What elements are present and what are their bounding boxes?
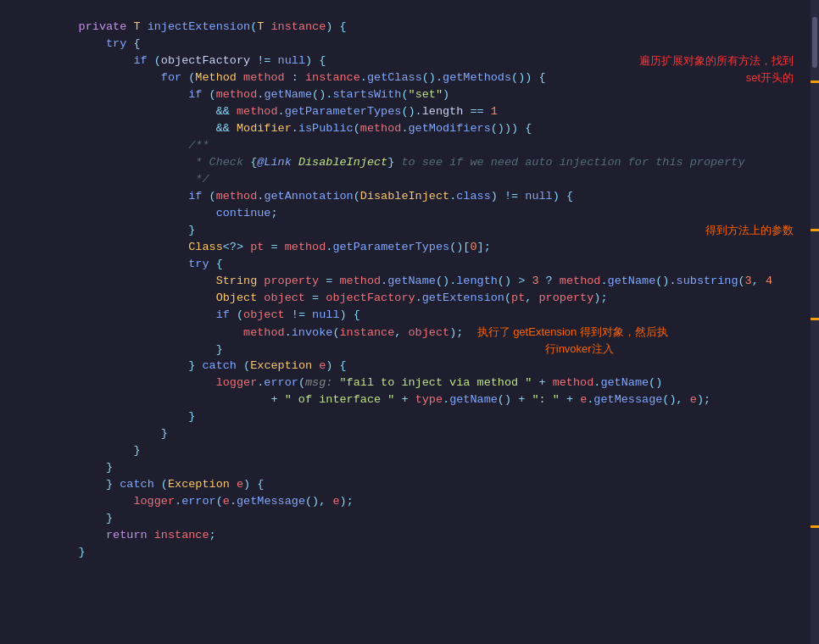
line-numbers: [0, 0, 31, 644]
code-editor: private T injectExtension(T instance) { …: [0, 0, 819, 644]
code-line-10: */: [31, 154, 811, 171]
code-line-19: method.invoke(instance, object); 执行了 get…: [31, 307, 811, 324]
code-line-20: }行invoker注入: [31, 324, 811, 341]
code-line-27: }: [31, 442, 811, 459]
code-line-28: } catch (Exception e) {: [31, 459, 811, 476]
code-line-17: Object object = objectFactory.getExtensi…: [31, 273, 811, 290]
code-line-7: && Modifier.isPublic(method.getModifiers…: [31, 103, 811, 120]
scroll-marker-3: [811, 318, 819, 320]
code-line-24: }: [31, 391, 811, 408]
code-line-22: logger.error(msg: "fail to inject via me…: [31, 358, 811, 375]
code-line-12: continue;: [31, 188, 811, 205]
code-line-6: && method.getParameterTypes().length == …: [31, 86, 811, 103]
scrollbar[interactable]: [811, 0, 819, 644]
code-line-35: [31, 578, 811, 595]
code-line-8: /**: [31, 120, 811, 137]
code-line-9: * Check {@Link DisableInject} to see if …: [31, 137, 811, 154]
code-line-4: for (Method method : instance.getClass()…: [31, 53, 811, 69]
code-line-25: }: [31, 408, 811, 425]
code-line-34: [31, 561, 811, 578]
code-line-1: private T injectExtension(T instance) {: [31, 2, 811, 19]
code-line-32: }: [31, 527, 811, 544]
code-line-2: try {: [31, 19, 811, 36]
code-line-18: if (object != null) {: [31, 290, 811, 307]
code-line-14: Class<?> pt = method.getParameterTypes()…: [31, 222, 811, 239]
code-line-11: if (method.getAnnotation(DisableInject.c…: [31, 171, 811, 188]
code-line-29: logger.error(e.getMessage(), e);: [31, 476, 811, 493]
code-line-21: } catch (Exception e) {: [31, 341, 811, 358]
code-line-5: if (method.getName().startsWith("set") s…: [31, 69, 811, 86]
annotation-line14: 得到方法上的参数: [705, 222, 794, 239]
code-line-33: [31, 544, 811, 561]
scroll-marker-2: [811, 229, 819, 231]
code-line-15: try {: [31, 239, 811, 256]
code-line-3: if (objectFactory != null) {: [31, 36, 811, 53]
code-line-31: return instance;: [31, 510, 811, 527]
code-line-16: String property = method.getName().lengt…: [31, 256, 811, 273]
annotation-line5: set开头的: [746, 69, 794, 86]
code-line-23: + " of interface " + type.getName() + ":…: [31, 375, 811, 391]
scroll-marker-1: [811, 80, 819, 83]
code-content: private T injectExtension(T instance) { …: [31, 0, 811, 644]
code-line-36: [31, 595, 811, 612]
scroll-marker-4: [811, 525, 819, 528]
code-line-13: }: [31, 205, 811, 222]
scrollbar-thumb[interactable]: [812, 17, 817, 68]
annotation-line4: 遍历扩展对象的所有方法，找到: [639, 53, 794, 69]
code-line-30: }: [31, 493, 811, 510]
code-line-26: }: [31, 425, 811, 442]
